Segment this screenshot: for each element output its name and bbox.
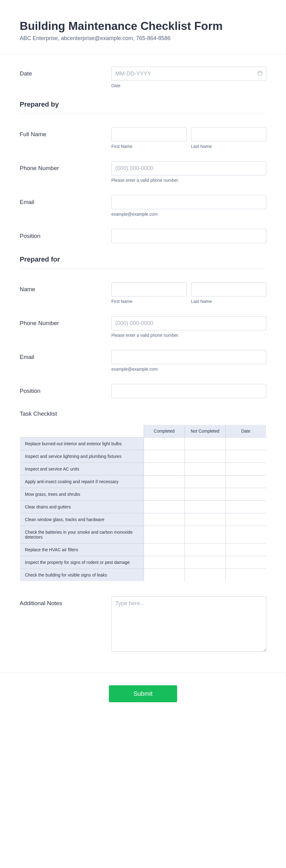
page-subtitle: ABC Enterprise, abcenterprise@example.co…	[20, 35, 266, 41]
full-name-label: Full Name	[20, 127, 111, 149]
first-name-sublabel: First Name	[111, 144, 187, 149]
form-header: Building Maintenance Checklist Form ABC …	[0, 0, 286, 54]
email-sublabel: example@example.com	[111, 212, 266, 217]
task-cell[interactable]	[225, 544, 266, 556]
for-email-sublabel: example@example.com	[111, 367, 266, 372]
task-cell[interactable]	[144, 569, 185, 582]
table-row: Inspect and service lightning and plumbi…	[20, 450, 266, 463]
for-phone-input[interactable]	[111, 316, 266, 330]
prepared-for-heading: Prepared for	[20, 255, 266, 264]
task-label: Clear drains and gutters	[20, 501, 144, 513]
for-first-name-input[interactable]	[111, 282, 187, 297]
date-input[interactable]	[111, 67, 266, 81]
for-email-input[interactable]	[111, 350, 266, 364]
page-title: Building Maintenance Checklist Form	[20, 20, 266, 33]
for-phone-label: Phone Number	[20, 316, 111, 338]
email-label: Email	[20, 195, 111, 217]
task-cell[interactable]	[225, 463, 266, 475]
phone-label: Phone Number	[20, 161, 111, 183]
task-cell[interactable]	[225, 488, 266, 501]
task-cell[interactable]	[144, 475, 185, 488]
task-cell[interactable]	[184, 544, 225, 556]
date-label: Date	[20, 67, 111, 88]
task-cell[interactable]	[184, 556, 225, 569]
task-label: Mow grass, trees and shrubs	[20, 488, 144, 501]
submit-button[interactable]: Submit	[109, 685, 177, 702]
task-cell[interactable]	[184, 526, 225, 544]
task-cell[interactable]	[144, 556, 185, 569]
for-phone-sublabel: Please enter a valid phone number.	[111, 333, 266, 338]
task-cell[interactable]	[225, 501, 266, 513]
task-label: Inspect the property for signs of rodent…	[20, 556, 144, 569]
table-row: Clear drains and gutters	[20, 501, 266, 513]
for-position-label: Position	[20, 384, 111, 398]
task-cell[interactable]	[184, 488, 225, 501]
task-cell[interactable]	[144, 513, 185, 526]
col-not-completed: Not Completed	[184, 425, 225, 438]
task-cell[interactable]	[225, 569, 266, 582]
notes-label: Additional Notes	[20, 596, 111, 653]
task-cell[interactable]	[184, 438, 225, 450]
task-cell[interactable]	[225, 526, 266, 544]
phone-sublabel: Please enter a valid phone number.	[111, 178, 266, 183]
col-date: Date	[225, 425, 266, 438]
date-sublabel: Date	[111, 83, 266, 88]
task-cell[interactable]	[144, 450, 185, 463]
task-cell[interactable]	[144, 488, 185, 501]
email-input[interactable]	[111, 195, 266, 209]
task-label: Clean window glass, tracks and hardware	[20, 513, 144, 526]
phone-input[interactable]	[111, 161, 266, 175]
name-label: Name	[20, 282, 111, 304]
table-row: Clean window glass, tracks and hardware	[20, 513, 266, 526]
position-label: Position	[20, 229, 111, 243]
for-email-label: Email	[20, 350, 111, 372]
position-input[interactable]	[111, 229, 266, 243]
task-cell[interactable]	[184, 501, 225, 513]
task-cell[interactable]	[184, 450, 225, 463]
task-cell[interactable]	[225, 513, 266, 526]
first-name-input[interactable]	[111, 127, 187, 142]
last-name-sublabel: Last Name	[191, 144, 266, 149]
task-cell[interactable]	[225, 450, 266, 463]
table-row: Apply anti-insect coating and repaint if…	[20, 475, 266, 488]
task-cell[interactable]	[144, 544, 185, 556]
task-cell[interactable]	[184, 463, 225, 475]
table-row: Check the batteries in your smoke and ca…	[20, 526, 266, 544]
table-row: Mow grass, trees and shrubs	[20, 488, 266, 501]
task-label: Check the batteries in your smoke and ca…	[20, 526, 144, 544]
task-cell[interactable]	[184, 569, 225, 582]
task-label: Check the building for visible signs of …	[20, 569, 144, 582]
notes-textarea[interactable]	[111, 596, 266, 652]
task-label: Replace the HVAC air filters	[20, 544, 144, 556]
task-label: Inspect and service AC units	[20, 463, 144, 475]
task-label: Replace burned-out interior and exterior…	[20, 438, 144, 450]
task-cell[interactable]	[225, 556, 266, 569]
task-col-header	[20, 425, 144, 438]
prepared-by-heading: Prepared by	[20, 100, 266, 108]
checklist-table: Completed Not Completed Date Replace bur…	[20, 425, 266, 582]
task-cell[interactable]	[144, 526, 185, 544]
last-name-input[interactable]	[191, 127, 266, 142]
table-row: Completed Not Completed Date	[20, 425, 266, 438]
col-completed: Completed	[144, 425, 185, 438]
for-position-input[interactable]	[111, 384, 266, 398]
table-row: Inspect the property for signs of rodent…	[20, 556, 266, 569]
for-last-name-sublabel: Last Name	[191, 299, 266, 304]
checklist-heading: Task Checklist	[20, 410, 266, 417]
task-cell[interactable]	[144, 501, 185, 513]
task-cell[interactable]	[144, 438, 185, 450]
task-cell[interactable]	[225, 475, 266, 488]
table-row: Replace burned-out interior and exterior…	[20, 438, 266, 450]
task-label: Inspect and service lightning and plumbi…	[20, 450, 144, 463]
for-last-name-input[interactable]	[191, 282, 266, 297]
table-row: Check the building for visible signs of …	[20, 569, 266, 582]
table-row: Inspect and service AC units	[20, 463, 266, 475]
prepared-for-divider	[20, 268, 266, 269]
for-first-name-sublabel: First Name	[111, 299, 187, 304]
task-cell[interactable]	[184, 513, 225, 526]
task-cell[interactable]	[184, 475, 225, 488]
task-label: Apply anti-insect coating and repaint if…	[20, 475, 144, 488]
task-cell[interactable]	[144, 463, 185, 475]
table-row: Replace the HVAC air filters	[20, 544, 266, 556]
task-cell[interactable]	[225, 438, 266, 450]
